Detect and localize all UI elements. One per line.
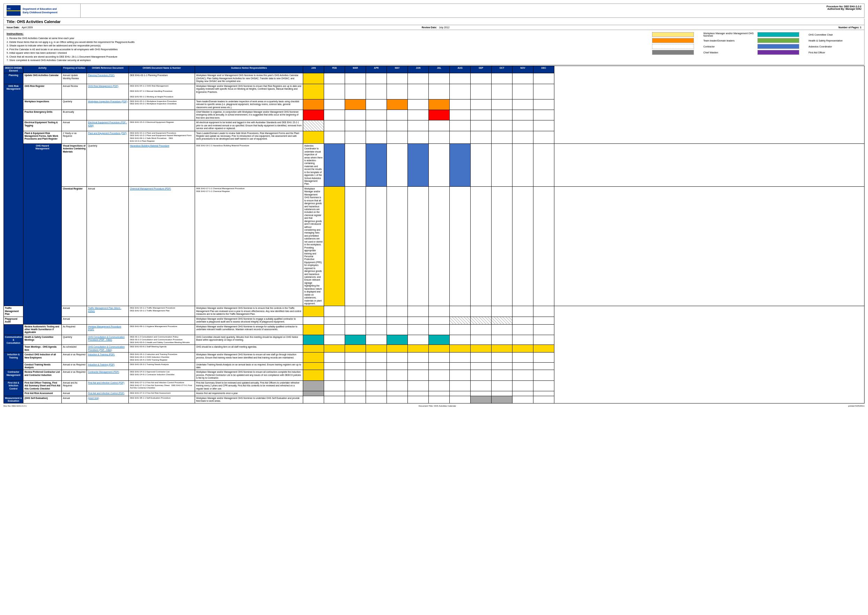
month-nov [513, 84, 533, 99]
freq-cell: Bi-annually [62, 109, 87, 120]
ref-cell: Contractor Management (PDF) [87, 370, 129, 381]
month-feb [324, 99, 345, 109]
table-row: First Aid Risk Assessment Annual First A… [4, 391, 865, 396]
review-date: Review Date: July 2012 [422, 26, 450, 29]
month-feb [345, 144, 366, 186]
month-feb [324, 317, 345, 324]
month-feb [324, 306, 345, 317]
group-planning: Planning [4, 73, 23, 84]
month-sep [471, 317, 492, 324]
guidance-cell: First Aid Summary Sheet to be reviewed a… [195, 381, 303, 391]
guidance-cell: Team Leader/Domain Leader to review Safe… [195, 131, 303, 144]
month-feb [324, 370, 345, 381]
month-may [387, 99, 408, 109]
month-sep [471, 396, 492, 403]
month-jun [408, 84, 429, 99]
doc-cell: DEE EHU-20-1-1 Workplace Inspection Proc… [129, 99, 195, 109]
month-dec [533, 109, 554, 120]
freq-cell: Annual or as Required [62, 362, 87, 370]
month-sep [471, 73, 492, 84]
month-mar [345, 73, 366, 84]
month-nov [513, 370, 533, 381]
activity-cell: Team Meetings - OHS Agenda Item [23, 345, 62, 353]
month-jun [408, 335, 429, 345]
instructions-list: 1. Review the OHS Activities Calendar at… [7, 37, 645, 62]
ref-cell: Planning Procedure (PDF) [87, 73, 129, 84]
month-jan [303, 84, 324, 99]
month-mar [345, 306, 366, 317]
month-dec [533, 317, 554, 324]
month-apr [366, 306, 387, 317]
activity-cell: Review Preferred Contractor List and Con… [23, 370, 62, 381]
activity-cell: First Aid Risk Assessment [23, 391, 62, 396]
month-nov [513, 353, 533, 362]
group-hazard: OHS HazardManagement [23, 144, 62, 324]
month-apr [366, 109, 387, 120]
month-sep [471, 131, 492, 144]
month-oct [492, 362, 513, 370]
doc-cell: DEE EHU-04-1-1 OHS Risk ManagementDEE EH… [129, 84, 195, 99]
group-measurement: Measurement &Evaluation [4, 396, 23, 403]
month-may [387, 109, 408, 120]
guidance-cell: Workplace Manager and/or Management OHS … [195, 370, 303, 381]
legend-yellow-box [652, 32, 694, 37]
guidance-cell: Undertake Training Needs Analysis on an … [195, 362, 303, 370]
logo-text: Department of Education and Early Childh… [23, 7, 58, 14]
month-feb [324, 131, 345, 144]
guidance-cell: Workplace Manager and/or Management OHS … [195, 306, 303, 317]
freq-cell: Annual [62, 120, 87, 131]
month-feb [324, 391, 345, 396]
ref-cell: Induction & Training (PDF) [87, 362, 129, 370]
month-aug [471, 144, 492, 186]
month-dec [533, 324, 554, 335]
table-row: Team Meetings - OHS Agenda Item As sched… [4, 345, 865, 353]
legend-grid: Workplace Manager and/or Management OHS … [652, 32, 861, 55]
month-feb [324, 345, 345, 353]
freq-cell: Annual [62, 306, 87, 317]
guidance-cell: Workplace Manager and/or Management OHS … [195, 324, 303, 335]
guidance-cell: Workplace Manager and/or Management OHS … [303, 186, 324, 306]
month-feb [324, 396, 345, 403]
month-apr [366, 391, 387, 396]
guidance-cell: Workplace Manager and/or Management OHS … [195, 396, 303, 403]
month-jun [408, 99, 429, 109]
month-oct [513, 186, 533, 306]
month-feb [345, 186, 366, 306]
month-jul [429, 396, 450, 403]
table-row: Traffic Management Plan Annual Traffic M… [4, 306, 865, 317]
table-row: Review Audiometric Testing and other Hea… [4, 324, 865, 335]
activity-cell: (OHS Self Evaluation) [23, 396, 62, 403]
month-apr [366, 84, 387, 99]
group-comm: Communication &Consultation [4, 335, 23, 352]
guidance-cell: Asbestos Coordinator to undertake visual… [303, 144, 324, 186]
month-sep [471, 381, 492, 391]
month-aug [450, 370, 471, 381]
table-row: Playground Audit Annual Workplace Manage… [4, 317, 865, 324]
month-may [387, 306, 408, 317]
month-jan [303, 306, 324, 317]
month-dec [533, 362, 554, 370]
month-feb [324, 109, 345, 120]
month-sep [471, 109, 492, 120]
freq-cell: 2 Yearly or as Required [62, 131, 87, 144]
month-jul [429, 317, 450, 324]
issue-date: Issue Date: April 2009 [7, 26, 33, 29]
month-dec [533, 84, 554, 99]
month-nov [513, 362, 533, 370]
month-mar [345, 353, 366, 362]
month-dec [533, 335, 554, 345]
ref-cell: Workplace Inspection Procedure (PDF) [87, 99, 129, 109]
table-row: Workplace Inspections Quarterly Workplac… [4, 99, 865, 109]
month-nov [513, 131, 533, 144]
month-aug [450, 73, 471, 84]
month-oct [492, 109, 513, 120]
month-sep [492, 186, 513, 306]
freq-cell: Annual [62, 391, 87, 396]
month-sep [471, 391, 492, 396]
freq-cell: Annual and As Required [62, 381, 87, 391]
month-oct [492, 370, 513, 381]
activity-cell: Review Audiometric Testing and other Hea… [23, 324, 62, 335]
month-aug [471, 186, 492, 306]
doc-cell: DEE EHU-02-1-1 Planning Procedure [129, 73, 195, 84]
month-apr [366, 131, 387, 144]
